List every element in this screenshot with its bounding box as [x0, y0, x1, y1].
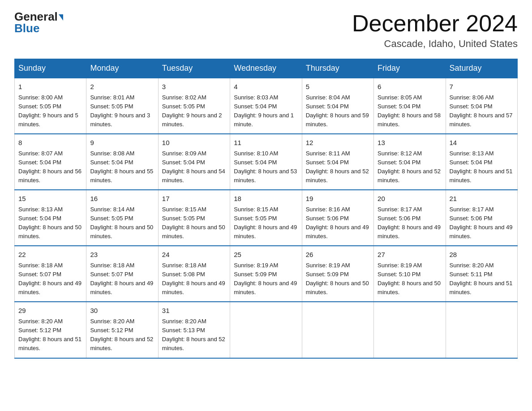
table-row: 10 Sunrise: 8:09 AMSunset: 5:04 PMDaylig… — [158, 134, 230, 190]
day-number: 10 — [162, 138, 226, 148]
day-info: Sunrise: 8:01 AMSunset: 5:05 PMDaylight:… — [90, 94, 150, 128]
day-number: 31 — [162, 306, 226, 316]
day-number: 23 — [90, 250, 154, 260]
day-info: Sunrise: 8:05 AMSunset: 5:04 PMDaylight:… — [378, 94, 441, 128]
table-row: 24 Sunrise: 8:18 AMSunset: 5:08 PMDaylig… — [158, 246, 230, 302]
day-info: Sunrise: 8:02 AMSunset: 5:05 PMDaylight:… — [162, 94, 222, 128]
day-info: Sunrise: 8:04 AMSunset: 5:04 PMDaylight:… — [306, 94, 369, 128]
day-info: Sunrise: 8:20 AMSunset: 5:12 PMDaylight:… — [90, 318, 153, 351]
calendar-week-row: 22 Sunrise: 8:18 AMSunset: 5:07 PMDaylig… — [15, 246, 518, 302]
col-header-tuesday: Tuesday — [158, 59, 230, 78]
day-info: Sunrise: 8:18 AMSunset: 5:07 PMDaylight:… — [90, 262, 153, 295]
col-header-monday: Monday — [86, 59, 158, 78]
day-number: 13 — [378, 138, 442, 148]
day-number: 19 — [306, 194, 370, 204]
table-row: 21 Sunrise: 8:17 AMSunset: 5:06 PMDaylig… — [446, 190, 517, 246]
table-row: 26 Sunrise: 8:19 AMSunset: 5:09 PMDaylig… — [302, 246, 373, 302]
day-number: 8 — [18, 138, 82, 148]
day-number: 12 — [306, 138, 370, 148]
day-info: Sunrise: 8:20 AMSunset: 5:13 PMDaylight:… — [162, 318, 225, 351]
day-number: 28 — [450, 250, 514, 260]
table-row: 17 Sunrise: 8:15 AMSunset: 5:05 PMDaylig… — [158, 190, 230, 246]
day-number: 30 — [90, 306, 154, 316]
table-row: 9 Sunrise: 8:08 AMSunset: 5:04 PMDayligh… — [86, 134, 158, 190]
day-info: Sunrise: 8:15 AMSunset: 5:05 PMDaylight:… — [234, 206, 297, 240]
table-row: 1 Sunrise: 8:00 AMSunset: 5:05 PMDayligh… — [15, 78, 86, 134]
day-info: Sunrise: 8:17 AMSunset: 5:06 PMDaylight:… — [378, 206, 441, 240]
table-row — [302, 302, 373, 358]
day-info: Sunrise: 8:13 AMSunset: 5:04 PMDaylight:… — [18, 206, 82, 240]
table-row — [230, 302, 302, 358]
logo-blue: Blue — [14, 22, 39, 34]
calendar-week-row: 15 Sunrise: 8:13 AMSunset: 5:04 PMDaylig… — [15, 190, 518, 246]
table-row: 5 Sunrise: 8:04 AMSunset: 5:04 PMDayligh… — [302, 78, 373, 134]
day-info: Sunrise: 8:03 AMSunset: 5:04 PMDaylight:… — [234, 94, 294, 128]
table-row: 30 Sunrise: 8:20 AMSunset: 5:12 PMDaylig… — [86, 302, 158, 358]
day-info: Sunrise: 8:08 AMSunset: 5:04 PMDaylight:… — [90, 150, 153, 184]
page-header: General Blue December 2024 Cascade, Idah… — [14, 11, 518, 50]
table-row: 12 Sunrise: 8:11 AMSunset: 5:04 PMDaylig… — [302, 134, 373, 190]
day-number: 17 — [162, 194, 226, 204]
col-header-thursday: Thursday — [302, 59, 373, 78]
table-row: 4 Sunrise: 8:03 AMSunset: 5:04 PMDayligh… — [230, 78, 302, 134]
day-info: Sunrise: 8:19 AMSunset: 5:09 PMDaylight:… — [306, 262, 369, 295]
table-row: 15 Sunrise: 8:13 AMSunset: 5:04 PMDaylig… — [15, 190, 86, 246]
table-row: 31 Sunrise: 8:20 AMSunset: 5:13 PMDaylig… — [158, 302, 230, 358]
day-number: 4 — [234, 82, 298, 92]
table-row: 11 Sunrise: 8:10 AMSunset: 5:04 PMDaylig… — [230, 134, 302, 190]
day-info: Sunrise: 8:12 AMSunset: 5:04 PMDaylight:… — [378, 150, 441, 184]
table-row: 28 Sunrise: 8:20 AMSunset: 5:11 PMDaylig… — [446, 246, 517, 302]
day-info: Sunrise: 8:17 AMSunset: 5:06 PMDaylight:… — [450, 206, 513, 240]
day-number: 2 — [90, 82, 154, 92]
day-number: 22 — [18, 250, 82, 260]
day-info: Sunrise: 8:19 AMSunset: 5:09 PMDaylight:… — [234, 262, 297, 295]
logo-general: General — [14, 11, 63, 22]
table-row: 29 Sunrise: 8:20 AMSunset: 5:12 PMDaylig… — [15, 302, 86, 358]
day-info: Sunrise: 8:11 AMSunset: 5:04 PMDaylight:… — [306, 150, 369, 184]
table-row: 2 Sunrise: 8:01 AMSunset: 5:05 PMDayligh… — [86, 78, 158, 134]
table-row: 13 Sunrise: 8:12 AMSunset: 5:04 PMDaylig… — [374, 134, 446, 190]
table-row: 7 Sunrise: 8:06 AMSunset: 5:04 PMDayligh… — [446, 78, 517, 134]
table-row: 14 Sunrise: 8:13 AMSunset: 5:04 PMDaylig… — [446, 134, 517, 190]
day-info: Sunrise: 8:20 AMSunset: 5:11 PMDaylight:… — [450, 262, 513, 295]
day-info: Sunrise: 8:18 AMSunset: 5:08 PMDaylight:… — [162, 262, 225, 295]
logo-arrow-icon — [59, 14, 63, 21]
day-info: Sunrise: 8:00 AMSunset: 5:05 PMDaylight:… — [18, 94, 78, 128]
day-number: 27 — [378, 250, 442, 260]
col-header-sunday: Sunday — [15, 59, 86, 78]
day-number: 15 — [18, 194, 82, 204]
day-info: Sunrise: 8:20 AMSunset: 5:12 PMDaylight:… — [18, 318, 82, 351]
table-row: 19 Sunrise: 8:16 AMSunset: 5:06 PMDaylig… — [302, 190, 373, 246]
logo: General Blue — [14, 11, 63, 34]
day-number: 21 — [450, 194, 514, 204]
day-info: Sunrise: 8:14 AMSunset: 5:05 PMDaylight:… — [90, 206, 153, 240]
day-number: 7 — [450, 82, 514, 92]
calendar-week-row: 8 Sunrise: 8:07 AMSunset: 5:04 PMDayligh… — [15, 134, 518, 190]
day-info: Sunrise: 8:15 AMSunset: 5:05 PMDaylight:… — [162, 206, 225, 240]
day-number: 6 — [378, 82, 442, 92]
day-info: Sunrise: 8:06 AMSunset: 5:04 PMDaylight:… — [450, 94, 513, 128]
table-row: 20 Sunrise: 8:17 AMSunset: 5:06 PMDaylig… — [374, 190, 446, 246]
table-row: 8 Sunrise: 8:07 AMSunset: 5:04 PMDayligh… — [15, 134, 86, 190]
table-row — [374, 302, 446, 358]
day-number: 1 — [18, 82, 82, 92]
calendar-subtitle: Cascade, Idaho, United States — [352, 38, 518, 50]
table-row: 18 Sunrise: 8:15 AMSunset: 5:05 PMDaylig… — [230, 190, 302, 246]
table-row: 6 Sunrise: 8:05 AMSunset: 5:04 PMDayligh… — [374, 78, 446, 134]
col-header-wednesday: Wednesday — [230, 59, 302, 78]
col-header-friday: Friday — [374, 59, 446, 78]
title-area: December 2024 Cascade, Idaho, United Sta… — [352, 11, 518, 50]
day-number: 14 — [450, 138, 514, 148]
table-row: 3 Sunrise: 8:02 AMSunset: 5:05 PMDayligh… — [158, 78, 230, 134]
calendar-title: December 2024 — [352, 11, 518, 36]
day-number: 9 — [90, 138, 154, 148]
calendar-week-row: 29 Sunrise: 8:20 AMSunset: 5:12 PMDaylig… — [15, 302, 518, 358]
table-row — [446, 302, 517, 358]
col-header-saturday: Saturday — [446, 59, 517, 78]
day-number: 20 — [378, 194, 442, 204]
day-info: Sunrise: 8:13 AMSunset: 5:04 PMDaylight:… — [450, 150, 513, 184]
day-number: 25 — [234, 250, 298, 260]
day-number: 24 — [162, 250, 226, 260]
day-info: Sunrise: 8:19 AMSunset: 5:10 PMDaylight:… — [378, 262, 441, 295]
table-row: 25 Sunrise: 8:19 AMSunset: 5:09 PMDaylig… — [230, 246, 302, 302]
